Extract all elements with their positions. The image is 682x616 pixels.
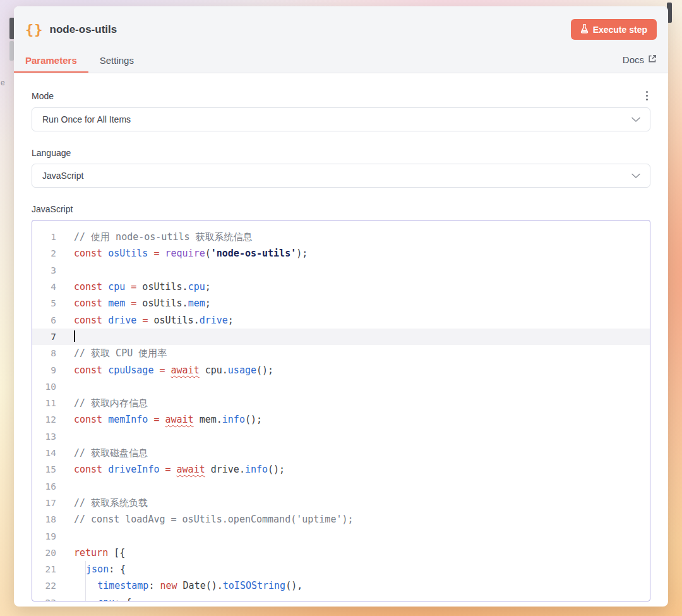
chevron-down-icon [631,170,641,181]
docs-link[interactable]: Docs [623,54,657,73]
code-line-content: const cpu = osUtils.cpu; [56,279,211,295]
line-number: 18 [32,511,56,528]
language-select[interactable]: JavaScript [32,164,650,188]
code-line-content [56,329,75,345]
code-line-content: const cpuUsage = await cpu.usage(); [56,362,273,378]
mode-select-value: Run Once for All Items [42,114,631,124]
code-line-content: timestamp: new Date().toISOString(), [56,577,302,594]
code-line-content: // 获取 CPU 使用率 [56,345,167,361]
code-line-content [56,262,74,279]
parameters-panel: Mode Run Once for All Items Language Jav… [14,73,668,607]
code-line[interactable]: 18// const loadAvg = osUtils.openCommand… [32,511,650,528]
line-number: 23 [32,595,56,601]
code-line-content: // 获取内存信息 [56,395,148,411]
background-panel-edge-light [9,41,14,61]
line-number: 6 [32,312,56,329]
code-line[interactable]: 3 [32,262,650,279]
line-number: 5 [32,295,56,311]
code-section-label: JavaScript [32,204,650,214]
code-node-icon: {} [25,21,44,37]
docs-label: Docs [623,54,644,65]
code-line-content: // const loadAvg = osUtils.openCommand('… [56,511,354,528]
code-line[interactable]: 21 json: { [32,561,650,577]
mode-select[interactable]: Run Once for All Items [32,107,650,131]
language-select-value: JavaScript [42,171,631,181]
node-detail-modal: {} node-os-utils Execute step Parameters… [14,6,668,607]
mode-field-head: Mode [32,90,650,102]
line-number: 19 [32,528,56,545]
code-line[interactable]: 16 [32,478,650,495]
code-line[interactable]: 2const osUtils = require('node-os-utils'… [32,245,650,262]
code-line[interactable]: 22 timestamp: new Date().toISOString(), [32,577,650,594]
language-label: Language [32,148,71,158]
external-link-icon [648,54,657,65]
code-line-content: const memInfo = await mem.info(); [56,411,262,428]
code-line[interactable]: 10 [32,378,650,395]
code-line[interactable]: 5const mem = osUtils.mem; [32,295,650,311]
code-line-content: // 获取系统负载 [56,495,148,511]
modal-header: {} node-os-utils Execute step Parameters… [14,6,668,73]
tabs-row: Parameters Settings Docs [14,44,668,73]
code-line-content: // 获取磁盘信息 [56,445,148,461]
options-kebab-icon[interactable] [643,90,650,102]
line-number: 17 [32,495,56,511]
code-lines: 1// 使用 node-os-utils 获取系统信息2const osUtil… [32,229,650,601]
code-editor[interactable]: 1// 使用 node-os-utils 获取系统信息2const osUtil… [32,220,650,601]
code-line[interactable]: 20return [{ [32,545,650,561]
code-line[interactable]: 8// 获取 CPU 使用率 [32,345,650,361]
line-number: 21 [32,561,56,577]
flask-icon [580,24,589,35]
tab-parameters[interactable]: Parameters [14,50,88,73]
code-line-content: const mem = osUtils.mem; [56,295,211,311]
code-line[interactable]: 19 [32,528,650,545]
line-number: 16 [32,478,56,495]
code-line[interactable]: 6const drive = osUtils.drive; [32,312,650,329]
code-line-content: const driveInfo = await drive.info(); [56,461,285,478]
code-line-content [56,478,74,495]
line-number: 3 [32,262,56,279]
line-number: 1 [32,229,56,245]
code-line-content: const drive = osUtils.drive; [56,312,234,329]
mode-label: Mode [32,91,54,101]
code-line-content [56,428,74,445]
code-line-content [56,528,74,545]
line-number: 22 [32,577,56,594]
code-line[interactable]: 4const cpu = osUtils.cpu; [32,279,650,295]
code-line-content: // 使用 node-os-utils 获取系统信息 [56,229,253,245]
code-line-content: cpu: { [56,595,131,601]
code-line[interactable]: 17// 获取系统负载 [32,495,650,511]
code-line[interactable]: 9const cpuUsage = await cpu.usage(); [32,362,650,378]
code-line[interactable]: 1// 使用 node-os-utils 获取系统信息 [32,229,650,245]
line-number: 10 [32,378,56,395]
code-line[interactable]: 14// 获取磁盘信息 [32,445,650,461]
code-line[interactable]: 13 [32,428,650,445]
execute-step-label: Execute step [593,25,647,35]
code-line[interactable]: 15const driveInfo = await drive.info(); [32,461,650,478]
execute-step-button[interactable]: Execute step [571,19,657,40]
line-number: 13 [32,428,56,445]
chevron-down-icon [631,114,641,125]
line-number: 12 [32,411,56,428]
code-line-content: return [{ [56,545,125,561]
background-stray-text: e [1,78,5,87]
tab-settings[interactable]: Settings [88,50,145,73]
code-line[interactable]: 12const memInfo = await mem.info(); [32,411,650,428]
line-number: 4 [32,279,56,295]
text-cursor [74,330,75,342]
code-line-content: const osUtils = require('node-os-utils')… [56,245,308,262]
code-line-content [56,378,74,395]
node-title: node-os-utils [50,23,571,36]
code-line-content: json: { [56,561,126,577]
line-number: 11 [32,395,56,411]
line-number: 9 [32,362,56,378]
line-number: 2 [32,245,56,262]
line-number: 14 [32,445,56,461]
line-number: 15 [32,461,56,478]
title-row: {} node-os-utils Execute step [14,6,668,44]
code-line[interactable]: 7 [32,329,650,345]
code-line[interactable]: 11// 获取内存信息 [32,395,650,411]
code-line[interactable]: 23 cpu: { [32,595,650,601]
line-number: 8 [32,345,56,361]
line-number: 7 [32,329,56,345]
line-number: 20 [32,545,56,561]
